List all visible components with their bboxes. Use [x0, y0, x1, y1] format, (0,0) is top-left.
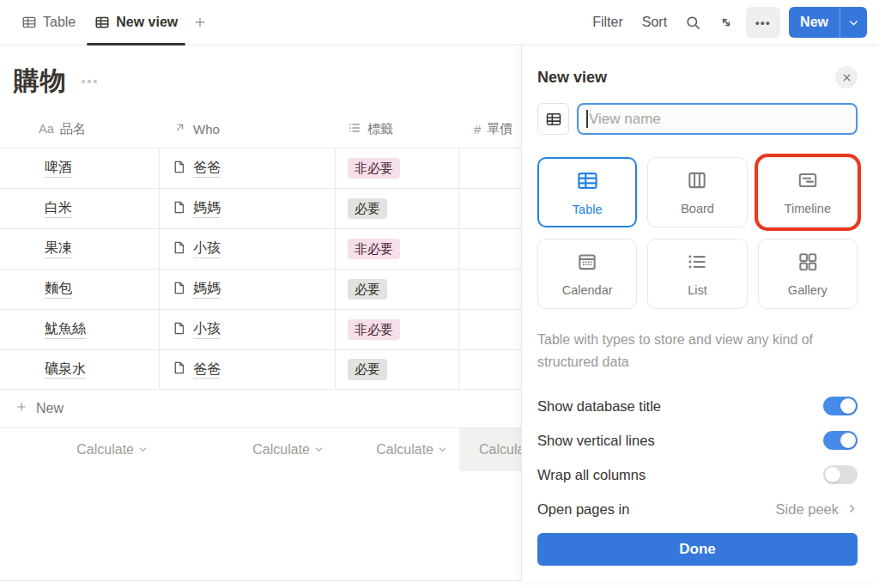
setting-wrap-all-columns: Wrap all columns: [537, 458, 858, 492]
table-header-row: Aa 品名 Who 標籤 #: [0, 110, 601, 148]
tab-label: Table: [43, 15, 76, 30]
close-icon[interactable]: [835, 66, 858, 88]
board-view-icon: [686, 169, 708, 194]
filter-button[interactable]: Filter: [583, 15, 633, 30]
column-header-tags[interactable]: 標籤: [336, 110, 459, 148]
sort-button[interactable]: Sort: [633, 15, 676, 30]
who-page-link[interactable]: 爸爸: [193, 361, 221, 379]
tab-new-view[interactable]: New view: [85, 0, 187, 45]
database-page: 購物 Aa 品名 Who: [0, 45, 879, 588]
item-name[interactable]: 麵包: [45, 280, 72, 298]
setting-show-database-title: Show database title: [537, 389, 858, 423]
more-options-button[interactable]: •••: [746, 7, 780, 38]
table-row[interactable]: 啤酒 爸爸 非必要: [0, 148, 601, 188]
tag-badge[interactable]: 必要: [348, 198, 387, 219]
table-row[interactable]: 白米 媽媽 必要: [0, 188, 601, 228]
chevron-down-icon: [438, 442, 447, 458]
toggle-show-vertical-lines[interactable]: [823, 431, 858, 450]
who-page-link[interactable]: 爸爸: [193, 159, 221, 177]
item-name[interactable]: 白米: [45, 199, 72, 217]
table-row[interactable]: 礦泉水 爸爸 必要: [0, 349, 601, 390]
timeline-view-icon: [797, 169, 819, 194]
page-icon: [172, 321, 186, 339]
number-property-icon: #: [474, 122, 481, 136]
view-type-table[interactable]: Table: [537, 157, 637, 227]
chevron-down-icon: [314, 442, 324, 458]
setting-open-pages-in: Open pages in Side peek: [537, 492, 858, 526]
view-name-input[interactable]: [577, 103, 858, 135]
tag-badge[interactable]: 必要: [348, 279, 387, 300]
view-type-list[interactable]: List: [647, 239, 747, 309]
new-row-button[interactable]: New: [0, 390, 601, 428]
who-page-link[interactable]: 小孩: [193, 320, 221, 338]
page-icon: [172, 361, 186, 379]
view-settings: Show database title Show vertical lines …: [537, 389, 858, 526]
calendar-view-icon: [576, 251, 598, 276]
column-header-who[interactable]: Who: [160, 110, 336, 148]
arrow-up-right-icon: [173, 121, 186, 136]
view-type-description: Table with types to store and view any k…: [537, 329, 857, 373]
who-page-link[interactable]: 媽媽: [193, 280, 221, 298]
chevron-down-icon: [138, 442, 148, 458]
tag-badge[interactable]: 必要: [348, 359, 387, 379]
table-row[interactable]: 果凍 小孩 非必要: [0, 228, 601, 269]
page-title: 購物: [14, 64, 66, 99]
calculate-button[interactable]: Calculate: [0, 428, 160, 471]
text-property-icon: Aa: [39, 122, 54, 136]
open-pages-in-select[interactable]: Side peek: [776, 501, 858, 518]
page-icon: [172, 160, 186, 178]
table-row[interactable]: 魷魚絲 小孩 非必要: [0, 309, 601, 349]
view-type-timeline[interactable]: Timeline: [758, 157, 858, 227]
calculate-row: Calculate Calculate Calculate Calculate: [0, 428, 601, 471]
tag-badge[interactable]: 非必要: [348, 158, 400, 179]
panel-title: New view: [537, 69, 607, 87]
plus-icon: [15, 400, 28, 417]
view-type-gallery[interactable]: Gallery: [758, 239, 858, 309]
setting-show-vertical-lines: Show vertical lines: [537, 423, 858, 458]
toggle-show-database-title[interactable]: [823, 397, 858, 415]
tag-badge[interactable]: 非必要: [348, 239, 400, 259]
new-record-button[interactable]: New: [789, 7, 867, 38]
view-type-board[interactable]: Board: [647, 157, 747, 227]
table-grid-icon: [21, 15, 37, 30]
table-row[interactable]: 麵包 媽媽 必要: [0, 269, 601, 309]
chevron-down-icon[interactable]: [840, 7, 867, 38]
text-cursor: [586, 110, 588, 128]
toggle-wrap-all-columns[interactable]: [823, 465, 858, 484]
view-type-grid: Table Board Timeline: [537, 157, 858, 309]
page-icon: [172, 240, 186, 258]
item-name[interactable]: 礦泉水: [45, 361, 86, 379]
item-name[interactable]: 啤酒: [45, 159, 72, 177]
view-type-calendar[interactable]: Calendar: [537, 239, 637, 309]
page-icon: [172, 200, 186, 218]
add-view-button[interactable]: [187, 15, 213, 30]
item-name[interactable]: 果凍: [45, 239, 72, 258]
database-toolbar: Table New view Filter Sort ••• New: [0, 0, 879, 45]
new-record-label: New: [789, 7, 840, 38]
tab-label: New view: [116, 15, 178, 30]
done-button[interactable]: Done: [537, 533, 858, 566]
new-view-panel: New view Tab: [521, 45, 879, 581]
database-table: Aa 品名 Who 標籤 #: [0, 110, 601, 390]
tab-table[interactable]: Table: [12, 0, 85, 45]
tag-badge[interactable]: 非必要: [348, 319, 400, 340]
table-grid-icon: [94, 15, 110, 30]
expand-icon[interactable]: [710, 15, 743, 30]
item-name[interactable]: 魷魚絲: [45, 320, 86, 338]
page-icon: [172, 281, 186, 299]
who-page-link[interactable]: 媽媽: [193, 199, 221, 217]
table-view-icon: [576, 169, 599, 195]
title-more-icon[interactable]: [82, 80, 97, 83]
view-icon-button[interactable]: [537, 103, 569, 135]
calculate-button[interactable]: Calculate: [160, 428, 336, 471]
gallery-view-icon: [797, 251, 819, 276]
who-page-link[interactable]: 小孩: [193, 239, 221, 258]
column-header-name[interactable]: Aa 品名: [0, 110, 160, 148]
calculate-button[interactable]: Calculate: [336, 428, 459, 471]
chevron-right-icon: [846, 501, 858, 518]
multi-select-icon: [348, 121, 361, 137]
list-view-icon: [686, 251, 708, 276]
search-icon[interactable]: [676, 15, 710, 31]
